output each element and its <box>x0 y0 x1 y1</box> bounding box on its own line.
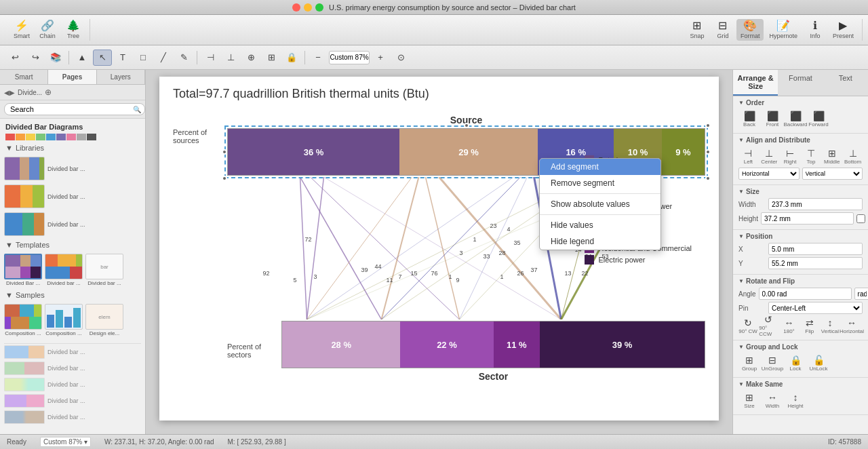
sample-thumb-3[interactable]: elem Design ele... <box>85 304 123 336</box>
ctx-remove-segment[interactable]: Remove segment <box>540 175 660 191</box>
x-input[interactable]: 5.0 mm <box>768 243 863 255</box>
chevron-left-icon[interactable]: ◀ <box>4 89 9 96</box>
extra-item-1[interactable]: Divided bar ... <box>4 343 141 360</box>
handle-left[interactable] <box>222 149 227 155</box>
grid-button[interactable]: ⊟ Grid <box>711 19 735 41</box>
zoom-out-btn[interactable]: − <box>309 50 328 66</box>
shape-tool[interactable]: □ <box>134 50 153 66</box>
chevron-right-icon[interactable]: ▶ <box>9 89 15 96</box>
y-input[interactable]: 55.2 mm <box>768 257 863 269</box>
petroleum-segment[interactable]: 36 % <box>228 129 399 175</box>
color-swatch[interactable] <box>36 134 45 140</box>
library-item-2[interactable]: Divided bar ... <box>4 183 141 210</box>
handle-bottom-right[interactable] <box>705 176 711 181</box>
align-left-button[interactable]: ⊣ Left <box>738 147 758 165</box>
flip-button[interactable]: ⇄ Flip <box>800 316 819 335</box>
color-swatch[interactable] <box>77 134 86 140</box>
zoom-in-btn[interactable]: + <box>371 50 390 66</box>
ctx-hide-legend[interactable]: Hide legend <box>540 233 660 250</box>
align-middle-button[interactable]: ⊞ Middle <box>822 147 842 165</box>
zoom-display[interactable]: Custom 87% ▾ <box>40 437 91 447</box>
redo-button[interactable]: ↪ <box>26 50 45 66</box>
tab-arrange-size[interactable]: Arrange & Size <box>733 70 778 96</box>
residential-segment[interactable]: 11 % <box>494 321 540 368</box>
color-swatch[interactable] <box>87 134 96 140</box>
library-item-3[interactable]: Divided bar ... <box>4 211 141 237</box>
lock-btn[interactable]: 🔒 <box>282 50 301 66</box>
rotate-ccw-button[interactable]: ↺ 90° CCW <box>759 316 778 335</box>
ctx-show-absolute[interactable]: Show absolute values <box>540 196 660 212</box>
connect-btn[interactable]: ⊕ <box>241 50 260 66</box>
height-input[interactable]: 37.2 mm <box>761 212 854 224</box>
color-swatch[interactable] <box>66 134 76 140</box>
template-thumb-2[interactable]: Divided bar ... <box>45 254 83 286</box>
samples-header[interactable]: ▼ Samples <box>0 289 145 301</box>
lock-button[interactable]: 🔒 Lock <box>785 353 806 372</box>
angle-input[interactable]: 0.00 rad <box>759 288 852 300</box>
extra-item-5[interactable]: Divided bar ... <box>4 409 141 425</box>
ctx-hide-values[interactable]: Hide values <box>540 217 660 233</box>
horizontal-button[interactable]: ↔ Horizontal <box>841 316 863 335</box>
industrial-segment[interactable]: 22 % <box>400 321 493 368</box>
library-item-1[interactable]: Divided bar ... <box>4 155 141 182</box>
tab-format[interactable]: Format <box>778 70 823 96</box>
snap-button[interactable]: ⊞ Snap <box>685 19 709 41</box>
ctx-add-segment[interactable]: Add segment <box>540 159 660 175</box>
canvas-area[interactable]: Total=97.7 quadrillion British thermal u… <box>146 70 732 434</box>
ungroup-button[interactable]: ⊟ UnGroup <box>762 353 783 372</box>
align-bottom-button[interactable]: ⊥ Bottom <box>843 147 863 165</box>
zoom-input[interactable]: Custom 87% <box>329 51 370 64</box>
align-left-btn[interactable]: ⊣ <box>201 50 220 66</box>
vertical-dropdown[interactable]: Vertical <box>802 168 863 180</box>
forward-button[interactable]: ⬛ Forward <box>808 109 829 128</box>
backward-button[interactable]: ⬛ Backward <box>785 109 806 128</box>
zoom-fit-btn[interactable]: ⊙ <box>391 50 410 66</box>
group-btn[interactable]: ⊞ <box>262 50 281 66</box>
color-swatch[interactable] <box>16 134 25 140</box>
width-input[interactable]: 237.3 mm <box>768 198 863 210</box>
vertical-button[interactable]: ↕ Vertical <box>821 316 840 335</box>
unlock-button[interactable]: 🔓 UnLock <box>808 353 829 372</box>
pointer-tool[interactable]: ↖ <box>93 50 112 66</box>
extra-item-4[interactable]: Divided bar ... <box>4 393 141 409</box>
sample-thumb-2[interactable]: Composition ... <box>45 304 83 336</box>
front-button[interactable]: ⬛ Front <box>762 109 783 128</box>
text-tool[interactable]: T <box>113 50 132 66</box>
align-top-button[interactable]: ⊤ Top <box>801 147 821 165</box>
template-thumb-3[interactable]: bar Divided bar ... <box>85 254 123 286</box>
align-center-button[interactable]: ⊥ Center <box>760 147 779 165</box>
natural-gas-segment[interactable]: 29 % <box>399 129 538 175</box>
select-tool[interactable]: ▲ <box>73 50 92 66</box>
search-input[interactable]: Search <box>4 103 145 115</box>
tab-text[interactable]: Text <box>823 70 868 96</box>
transportation-segment[interactable]: 28 % <box>282 321 400 368</box>
handle-bottom-left[interactable] <box>222 176 227 181</box>
align-center-btn[interactable]: ⊥ <box>221 50 240 66</box>
align-right-button[interactable]: ⊢ Right <box>781 147 800 165</box>
template-thumb-1[interactable]: Divided Bar ... <box>4 254 42 286</box>
same-height-button[interactable]: ↕ Height <box>785 391 806 410</box>
extra-item-2[interactable]: Divided bar ... <box>4 360 141 376</box>
lock-proportions-checkbox[interactable] <box>856 214 865 223</box>
chain-button[interactable]: 🔗 Chain <box>35 19 60 41</box>
page-add-icon[interactable]: ⊕ <box>45 87 52 97</box>
color-swatch[interactable] <box>46 134 56 140</box>
horizontal-dropdown[interactable]: Horizontal <box>738 168 800 180</box>
color-swatch[interactable] <box>5 134 15 140</box>
line-tool[interactable]: ╱ <box>154 50 173 66</box>
color-swatch[interactable] <box>56 134 66 140</box>
format-button[interactable]: 🎨 Format <box>736 19 764 41</box>
electric-segment[interactable]: 39 % <box>540 321 705 368</box>
extra-item-3[interactable]: Divided bar ... <box>4 376 141 393</box>
rotate-180-button[interactable]: ↔ 180° <box>779 316 798 335</box>
handle-top-right[interactable] <box>705 123 711 128</box>
left-scroll-area[interactable]: Divided Bar Diagrams ▼ Libraries <box>0 119 145 434</box>
group-button[interactable]: ⊞ Group <box>738 353 760 372</box>
nav-tab-smart[interactable]: Smart <box>0 70 48 84</box>
smart-button[interactable]: ⚡ Smart <box>9 19 34 41</box>
same-width-button[interactable]: ↔ Width <box>762 391 783 410</box>
sector-bar[interactable]: 28 % 22 % 11 % 39 % <box>281 321 705 368</box>
pencil-tool[interactable]: ✎ <box>174 50 193 66</box>
undo-button[interactable]: ↩ <box>5 50 24 66</box>
maximize-button[interactable] <box>315 3 323 12</box>
